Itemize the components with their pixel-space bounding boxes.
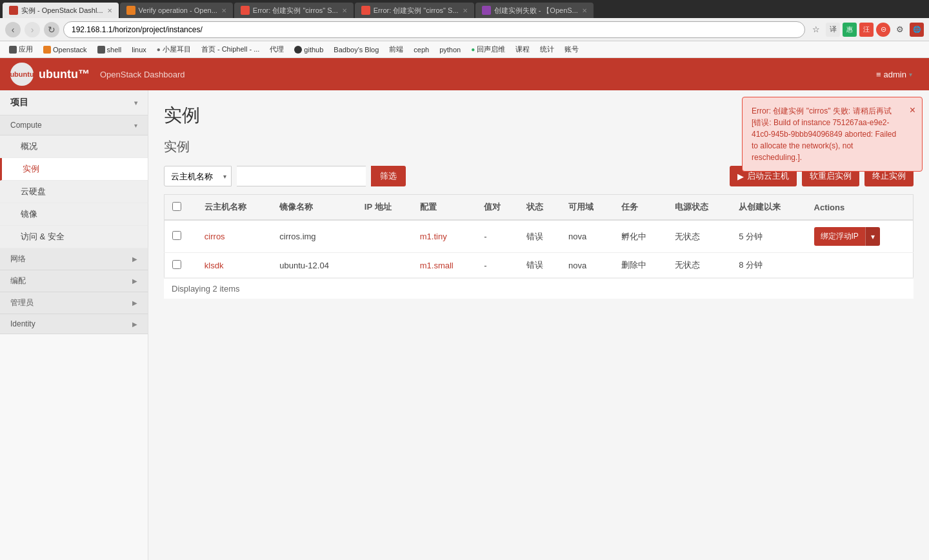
- bookmark-shell[interactable]: shell: [94, 45, 126, 55]
- sidebar: 项目 ▾ Compute ▾ 概况 实例 云硬盘 镜像: [0, 90, 148, 560]
- tab-bar: 实例 - OpenStack Dashl... ✕ Verify operati…: [0, 0, 929, 18]
- tab-instances[interactable]: 实例 - OpenStack Dashl... ✕: [3, 3, 119, 18]
- row-checkbox-2[interactable]: [172, 260, 181, 269]
- bookmark-stats[interactable]: 统计: [536, 43, 558, 55]
- sidebar-section-identity[interactable]: Identity ▶: [0, 314, 148, 334]
- refresh-button[interactable]: ↻: [44, 22, 59, 37]
- bind-floating-ip-button[interactable]: 绑定浮动IP: [814, 227, 865, 246]
- admin-label: admin: [884, 70, 906, 79]
- filter-input[interactable]: [237, 166, 366, 186]
- action-dropdown-arrow-1[interactable]: ▾: [865, 227, 880, 246]
- sidebar-item-overview[interactable]: 概况: [0, 135, 148, 158]
- project-label: 项目: [10, 97, 28, 108]
- ubuntu-logo: ubuntu: [10, 63, 34, 86]
- display-count: Displaying 2 items: [164, 278, 914, 299]
- bookmark-homepage[interactable]: 首页 - Chiphell - ...: [197, 43, 263, 55]
- th-keypair: 值对: [476, 195, 518, 221]
- tab-error1[interactable]: Error: 创建实例 "cirros" S... ✕: [234, 3, 354, 18]
- tab-close-1[interactable]: ✕: [107, 7, 112, 14]
- sidebar-item-access-security[interactable]: 访问 & 安全: [0, 226, 148, 248]
- table-header: 云主机名称 镜像名称 IP 地址 配置 值对 状态 可用域 任务 电源状态 从创…: [165, 195, 914, 221]
- bookmark-account[interactable]: 账号: [561, 43, 583, 55]
- td-az-1: nova: [561, 220, 614, 253]
- bookmark-github[interactable]: github: [290, 45, 327, 55]
- td-flavor-2: m1.small: [412, 253, 476, 278]
- tab-close-3[interactable]: ✕: [342, 7, 347, 14]
- filter-select-wrap: 云主机名称 ▾: [164, 166, 232, 186]
- bookmark-label-account: 账号: [564, 45, 579, 54]
- ext-icon-2[interactable]: 汪: [859, 23, 874, 37]
- flavor-link-2[interactable]: m1.small: [420, 261, 454, 270]
- bookmark-label-ermu: 小屋耳目: [163, 45, 191, 54]
- brand: ubuntu ubuntu™ OpenStack Dashboard: [10, 63, 185, 86]
- flavor-link-1[interactable]: m1.tiny: [420, 232, 447, 241]
- ext-icon-4[interactable]: ⚙: [893, 23, 907, 37]
- sidebar-section-compute[interactable]: Compute ▾: [0, 115, 148, 135]
- bookmark-badboy[interactable]: Badboy's Blog: [330, 45, 383, 55]
- select-all-checkbox[interactable]: [172, 202, 181, 211]
- bookmark-label-ceph: ceph: [414, 46, 429, 54]
- bookmark-frontend[interactable]: 前端: [385, 43, 407, 55]
- instances-table: 云主机名称 镜像名称 IP 地址 配置 值对 状态 可用域 任务 电源状态 从创…: [164, 194, 914, 278]
- instance-name-link-1[interactable]: cirros: [205, 232, 225, 241]
- translate-icon[interactable]: 译: [826, 23, 840, 37]
- star-icon[interactable]: ☆: [809, 23, 823, 37]
- sidebar-section-admin-label: 管理员: [10, 297, 34, 308]
- tab-close-4[interactable]: ✕: [463, 7, 468, 14]
- ext-icon-5[interactable]: 🌐: [910, 23, 924, 37]
- td-actions-1: 绑定浮动IP ▾: [806, 220, 914, 253]
- volumes-label: 云硬盘: [21, 186, 46, 196]
- th-status: 状态: [519, 195, 561, 221]
- filter-select[interactable]: 云主机名称: [164, 166, 232, 186]
- sidebar-item-instances[interactable]: 实例: [0, 158, 148, 181]
- tab-error2[interactable]: Error: 创建实例 "cirros" S... ✕: [355, 3, 474, 18]
- sidebar-section-admin[interactable]: 管理员 ▶: [0, 292, 148, 314]
- bookmark-apps[interactable]: 应用: [5, 43, 37, 55]
- ext-icon-1[interactable]: 惠: [843, 23, 857, 37]
- error-notification: × Error: 创建实例 "cirros" 失败: 请稍后再试 [错误: Bu…: [742, 97, 923, 172]
- bookmark-label-python: python: [439, 46, 461, 54]
- td-task-2: 删除中: [614, 253, 666, 278]
- tab-favicon-1: [9, 6, 18, 15]
- bookmark-python[interactable]: python: [435, 45, 464, 55]
- network-chevron-icon: ▶: [132, 255, 137, 263]
- bookmark-label-linux: linux: [132, 46, 146, 54]
- ext-icon-3[interactable]: ⊝: [876, 23, 890, 37]
- apps-icon: [9, 46, 17, 54]
- overview-label: 概况: [21, 141, 37, 151]
- row-checkbox-1[interactable]: [172, 231, 181, 240]
- project-header[interactable]: 项目 ▾: [0, 90, 148, 115]
- openstack-icon: [43, 46, 51, 54]
- error-close-button[interactable]: ×: [910, 103, 915, 118]
- bookmark-ermu[interactable]: ● 小屋耳目: [153, 43, 195, 55]
- td-power-1: 无状态: [667, 220, 731, 253]
- td-keypair-2: -: [476, 253, 518, 278]
- bookmark-proxy[interactable]: 代理: [266, 43, 288, 55]
- tab-close-2[interactable]: ✕: [221, 7, 226, 14]
- tab-fail[interactable]: 创建实例失败 - 【OpenS... ✕: [475, 3, 594, 18]
- bookmark-linux[interactable]: linux: [128, 45, 150, 55]
- sidebar-item-volumes[interactable]: 云硬盘: [0, 181, 148, 203]
- bookmark-ceph[interactable]: ceph: [410, 45, 433, 55]
- instance-name-link-2[interactable]: klsdk: [205, 261, 224, 270]
- tab-close-5[interactable]: ✕: [582, 7, 587, 14]
- brand-subtitle: OpenStack Dashboard: [100, 70, 185, 79]
- forward-button[interactable]: ›: [25, 22, 40, 37]
- th-flavor: 配置: [412, 195, 476, 221]
- back-button[interactable]: ‹: [5, 22, 21, 37]
- table-row: klsdk ubuntu-12.04 m1.small - 错误 nova 删除…: [165, 253, 914, 278]
- sidebar-section-network[interactable]: 网络 ▶: [0, 248, 148, 270]
- filter-button[interactable]: 筛选: [371, 166, 406, 186]
- th-image: 镜像名称: [272, 195, 357, 221]
- url-input[interactable]: [63, 21, 805, 38]
- tab-verify[interactable]: Verify operation - Open... ✕: [120, 3, 233, 18]
- app-container: ubuntu ubuntu™ OpenStack Dashboard ≡ adm…: [0, 58, 929, 560]
- sidebar-item-images[interactable]: 镜像: [0, 203, 148, 226]
- sidebar-section-orchestration[interactable]: 编配 ▶: [0, 270, 148, 292]
- bookmark-openstack[interactable]: Openstack: [39, 45, 91, 55]
- bookmark-course[interactable]: 课程: [512, 43, 534, 55]
- td-checkbox-1: [165, 220, 197, 253]
- action-btn-wrap-1: 绑定浮动IP ▾: [814, 227, 905, 246]
- bookmark-echo[interactable]: ● 回声启维: [467, 43, 509, 55]
- admin-menu[interactable]: ≡ admin ▾: [870, 66, 919, 83]
